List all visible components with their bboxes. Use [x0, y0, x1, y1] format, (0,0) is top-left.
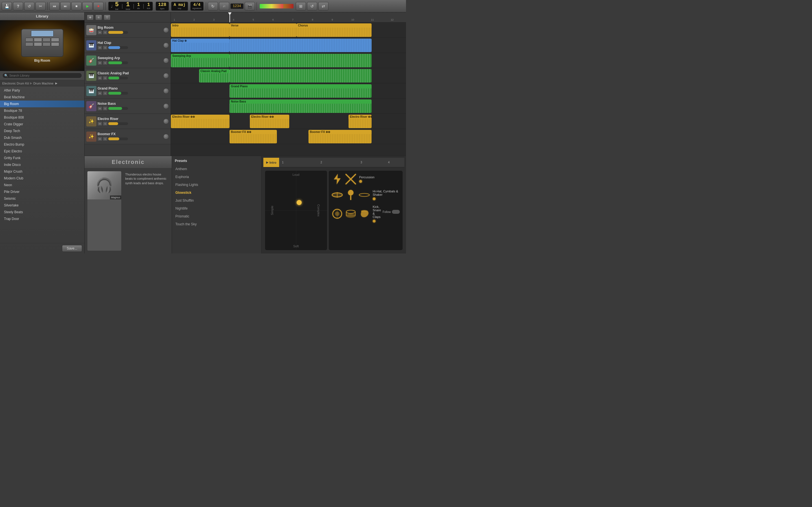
track-fader[interactable] — [108, 76, 128, 79]
library-item[interactable]: Trap Door — [0, 216, 84, 222]
hihat-icon[interactable] — [332, 189, 343, 201]
track-fader[interactable] — [108, 61, 128, 64]
track-fader[interactable] — [108, 31, 128, 34]
track-volume-knob[interactable] — [163, 119, 169, 124]
track-row[interactable]: ✨ Boomer FX M S — [85, 129, 170, 144]
preset-item[interactable]: Prismatic — [172, 212, 261, 220]
library-item[interactable]: Silverlake — [0, 202, 84, 209]
clap-icon[interactable] — [359, 208, 370, 219]
track-solo-btn[interactable]: S — [103, 122, 107, 126]
track-clip[interactable]: Classic Analog Pad — [199, 69, 230, 82]
tempo-display[interactable]: 128 bpm — [156, 2, 169, 11]
track-clip[interactable]: Grand Piano — [230, 84, 371, 98]
track-mute-btn[interactable]: M — [98, 137, 102, 141]
timeline-ruler[interactable]: 123456789101112131415 — [171, 12, 406, 22]
track-lane[interactable]: Electro Riser ⊕⊕Electro Riser ⊕⊕Electro … — [171, 114, 406, 129]
key-display[interactable]: A maj key — [171, 2, 188, 11]
time-sig-display[interactable]: 4/4 signature — [190, 2, 204, 11]
track-volume-knob[interactable] — [163, 43, 169, 48]
cut-button[interactable]: ✂ — [36, 2, 46, 10]
track-filter-button[interactable]: ▽ — [104, 15, 110, 20]
track-volume-knob[interactable] — [163, 88, 169, 94]
preset-item[interactable]: Just Shufflin — [172, 196, 261, 205]
track-row[interactable]: 🎸 Noise Bass M S — [85, 99, 170, 114]
track-volume-knob[interactable] — [163, 134, 169, 139]
rewind-button[interactable]: ⏮ — [49, 2, 59, 10]
open-hihat-icon[interactable] — [359, 189, 370, 201]
preset-item[interactable]: Glowstick — [172, 189, 261, 196]
track-solo-btn[interactable]: S — [103, 91, 107, 95]
track-midi-button[interactable]: ⎋ — [95, 15, 102, 20]
help-button[interactable]: ? — [13, 2, 23, 10]
track-mute-btn[interactable]: M — [98, 107, 102, 110]
track-solo-btn[interactable]: S — [103, 61, 107, 65]
library-item[interactable]: Major Crush — [0, 168, 84, 175]
library-item[interactable]: Epic Electro — [0, 148, 84, 155]
track-clip[interactable]: Boomer FX ⊕⊕ — [308, 130, 371, 144]
media-button[interactable]: 🎬 — [245, 2, 255, 10]
track-mute-btn[interactable]: M — [98, 61, 102, 65]
track-row[interactable]: 🥁 Big Room M S — [85, 22, 170, 38]
preset-item[interactable]: Anthem — [172, 165, 261, 173]
library-item[interactable]: Gritty Funk — [0, 155, 84, 161]
track-clip[interactable]: Hat Clap ⊕ — [171, 39, 230, 52]
track-volume-knob[interactable] — [163, 58, 169, 63]
track-lane[interactable]: Boomer FX ⊕⊕Boomer FX ⊕⊕ — [171, 129, 406, 144]
play-button[interactable]: ▶ — [82, 2, 93, 10]
crossed-sticks-icon[interactable] — [345, 173, 356, 185]
track-solo-btn[interactable]: S — [103, 107, 107, 110]
library-item[interactable]: Boutique 78 — [0, 107, 84, 114]
breadcrumb-item-1[interactable]: Electronic Drum Kit — [2, 82, 29, 85]
lightning-icon[interactable] — [332, 173, 343, 185]
library-item[interactable]: Boutique 808 — [0, 114, 84, 121]
track-clip[interactable] — [230, 54, 371, 67]
track-solo-btn[interactable]: S — [103, 76, 107, 80]
notes-button[interactable]: ♩↕ — [219, 2, 229, 10]
library-item[interactable]: Steely Beats — [0, 209, 84, 216]
preset-item[interactable]: Nightlife — [172, 205, 261, 212]
view-button-1[interactable]: ⊞ — [296, 2, 306, 10]
track-clip[interactable]: Noise Bass — [230, 100, 371, 113]
xy-dot[interactable] — [297, 200, 302, 205]
track-clip[interactable]: Verse — [230, 23, 297, 37]
track-clip[interactable]: Chorus — [297, 23, 371, 37]
track-solo-btn[interactable]: S — [103, 31, 107, 34]
preset-item[interactable]: Euphoria — [172, 173, 261, 181]
track-volume-knob[interactable] — [163, 73, 169, 78]
track-clip[interactable] — [230, 69, 371, 82]
library-item[interactable]: Deep Tech — [0, 128, 84, 134]
library-item[interactable]: Modern Club — [0, 175, 84, 182]
library-item[interactable]: Dub Smash — [0, 134, 84, 141]
undo-button[interactable]: ↺ — [24, 2, 35, 10]
track-mute-btn[interactable]: M — [98, 76, 102, 80]
xy-pad[interactable]: Loud Soft Simple Complex — [265, 171, 327, 250]
library-item[interactable]: Pile Driver — [0, 188, 84, 195]
fast-forward-button[interactable]: ⏭ — [60, 2, 70, 10]
breadcrumb-item-2[interactable]: Drum Machine — [33, 82, 54, 85]
track-row[interactable]: 🎹 Hat Clap M S — [85, 38, 170, 53]
library-item[interactable]: Neon — [0, 182, 84, 188]
view-button-3[interactable]: ⇄ — [318, 2, 328, 10]
track-mute-btn[interactable]: M — [98, 46, 102, 50]
view-button-2[interactable]: ↺ — [307, 2, 317, 10]
track-mute-btn[interactable]: M — [98, 91, 102, 95]
library-item[interactable]: After Party — [0, 87, 84, 94]
track-lane[interactable]: Noise Bass — [171, 99, 406, 114]
track-fader[interactable] — [108, 137, 128, 140]
maraca-icon[interactable] — [345, 189, 356, 201]
track-lane[interactable]: Classic Analog Pad — [171, 68, 406, 83]
record-button[interactable]: ⏺ — [93, 2, 103, 10]
save-button[interactable]: Save... — [62, 245, 82, 252]
library-item[interactable]: Seismic — [0, 195, 84, 202]
stop-button[interactable]: ■ — [71, 2, 82, 10]
library-item[interactable]: Beat Machine — [0, 94, 84, 101]
track-clip[interactable]: Electro Riser ⊕⊕ — [171, 115, 230, 128]
follow-switch[interactable] — [392, 210, 400, 214]
track-lane[interactable]: IntroVerseChorus — [171, 22, 406, 38]
track-row[interactable]: 🎹 Classic Analog Pad M S — [85, 68, 170, 83]
library-item[interactable]: Electro Bump — [0, 141, 84, 148]
track-lane[interactable]: Grand Piano — [171, 83, 406, 99]
track-fader[interactable] — [108, 46, 128, 49]
track-mute-btn[interactable]: M — [98, 31, 102, 34]
track-fader[interactable] — [108, 122, 128, 125]
